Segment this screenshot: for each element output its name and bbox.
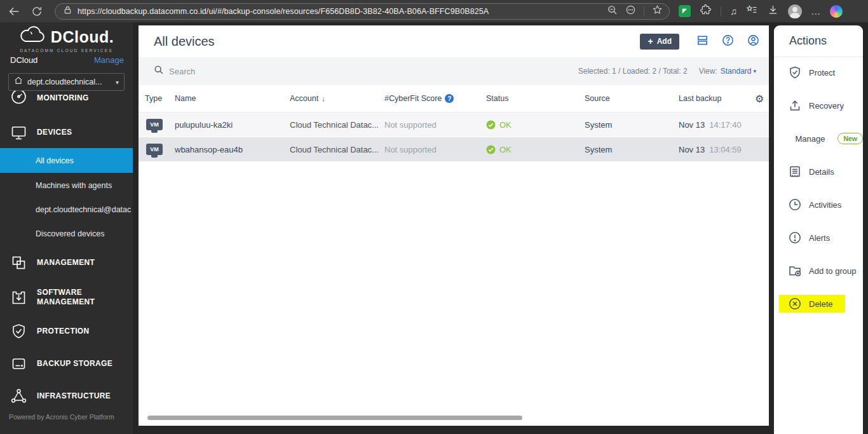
sidebar-item-label: DEVICES — [37, 128, 118, 137]
col-name[interactable]: Name — [175, 94, 290, 103]
cloud-logo-icon — [19, 26, 47, 48]
col-status[interactable]: Status — [486, 94, 585, 103]
media-controls-icon[interactable]: ♫ — [730, 6, 737, 16]
settings-ellipsis-icon[interactable]: … — [811, 6, 821, 17]
more-options-circle-icon[interactable] — [625, 4, 636, 18]
url-text[interactable]: https://cloudbackup.datacomm.co.id/ui/#/… — [78, 7, 607, 16]
divider — [644, 6, 644, 17]
sidebar-item-protection[interactable]: PROTECTION — [0, 320, 133, 342]
cell-status: OK — [486, 120, 585, 130]
brand-logo: DCloud. DATACOMM CLOUD SERVICES — [0, 26, 133, 53]
cell-name[interactable]: pulupuluu-ka2ki — [175, 120, 290, 130]
table-row-selected[interactable]: VM wbahansop-eau4b Cloud Technical Datac… — [139, 137, 769, 161]
action-manage[interactable]: Manage New — [774, 130, 863, 147]
sidebar: DCloud. DATACOMM CLOUD SERVICES DCloud M… — [0, 22, 133, 434]
col-cyberfit[interactable]: #CyberFit Score ? — [384, 94, 486, 103]
cell-name[interactable]: wbahansop-eau4b — [175, 145, 290, 154]
search-icon — [154, 65, 164, 78]
selection-summary: Selected: 1 / Loaded: 2 / Total: 2 — [578, 67, 688, 76]
sidebar-item-backup-storage[interactable]: BACKUP STORAGE — [0, 352, 133, 375]
sidebar-item-label: Machines with agents — [36, 181, 112, 190]
shield-check-icon — [10, 323, 27, 340]
cell-cyberfit: Not supported — [384, 145, 486, 154]
sidebar-item-label: BACKUP STORAGE — [37, 359, 118, 369]
col-type[interactable]: Type — [145, 94, 175, 103]
sidebar-item-label: MONITORING — [37, 93, 118, 103]
action-activities[interactable]: Activities — [774, 196, 863, 214]
actions-panel: Actions Protect Recovery Manage New Deta… — [774, 25, 863, 434]
actions-panel-title: Actions — [774, 25, 863, 57]
sort-desc-icon: ↓ — [322, 95, 325, 102]
extension-green-icon[interactable] — [679, 5, 691, 17]
tenant-value: dept.cloudtechnical... — [27, 78, 116, 86]
brand-tagline: DATACOMM CLOUD SERVICES — [0, 48, 133, 53]
manage-link[interactable]: Manage — [94, 55, 124, 65]
col-last-backup[interactable]: Last backup — [679, 94, 755, 103]
cell-last-backup: Nov 1313:04:59 — [679, 145, 755, 154]
page-title: All devices — [154, 34, 640, 49]
view-label: View: — [699, 67, 717, 76]
col-account[interactable]: Account ↓ — [290, 94, 384, 103]
sidebar-item-discovered-devices[interactable]: Discovered devices — [0, 226, 133, 242]
action-protect[interactable]: Protect — [774, 64, 863, 81]
copilot-icon[interactable] — [830, 5, 843, 18]
sidebar-item-management[interactable]: MANAGEMENT — [0, 251, 133, 274]
plus-icon: + — [648, 37, 653, 46]
details-icon — [788, 165, 802, 179]
horizontal-scrollbar[interactable] — [147, 416, 522, 420]
zoom-out-icon[interactable] — [607, 4, 618, 18]
divider — [721, 6, 721, 17]
table-header-row: Type Name Account ↓ #CyberFit Score ? St… — [139, 85, 769, 112]
brand-name: DCloud. — [51, 28, 114, 46]
panels-layout-icon[interactable] — [696, 34, 709, 50]
recovery-icon — [788, 98, 802, 112]
chevron-down-icon: ▾ — [116, 79, 119, 86]
infrastructure-nodes-icon — [10, 388, 27, 405]
tenant-selector[interactable]: dept.cloudtechnical... ▾ — [8, 73, 125, 91]
sidebar-item-machines-with-agents[interactable]: Machines with agents — [0, 177, 133, 194]
collections-icon[interactable] — [746, 4, 758, 18]
refresh-icon[interactable] — [28, 3, 46, 20]
back-icon[interactable] — [5, 3, 23, 20]
add-button[interactable]: + Add — [640, 34, 679, 50]
sidebar-item-infrastructure[interactable]: INFRASTRUCTURE — [0, 384, 133, 407]
page-header: All devices + Add — [139, 25, 769, 57]
software-install-icon — [10, 289, 27, 306]
cell-last-backup: Nov 1314:17:40 — [679, 120, 755, 130]
action-details[interactable]: Details — [774, 163, 863, 180]
table-toolbar: Selected: 1 / Loaded: 2 / Total: 2 View:… — [139, 57, 769, 85]
action-recovery[interactable]: Recovery — [774, 97, 863, 114]
profile-avatar[interactable] — [788, 4, 802, 18]
action-alerts[interactable]: Alerts — [774, 229, 863, 247]
sidebar-item-dept-cloudtechnical[interactable]: dept.cloudtechnical@datac — [0, 201, 133, 218]
account-label: DCloud — [10, 55, 37, 65]
cell-account: Cloud Technical Datac... — [290, 120, 384, 130]
cell-status: OK — [486, 145, 585, 154]
table-row[interactable]: VM pulupuluu-ka2ki Cloud Technical Datac… — [139, 112, 769, 137]
action-add-to-group[interactable]: Add to group — [774, 262, 863, 280]
action-delete[interactable]: Delete — [779, 295, 845, 313]
sidebar-item-software-management[interactable]: SOFTWARE MANAGEMENT — [0, 283, 133, 312]
help-icon[interactable] — [721, 34, 735, 50]
sidebar-item-devices[interactable]: DEVICES — [0, 121, 133, 144]
storage-drive-icon — [10, 355, 27, 372]
lock-icon — [63, 5, 72, 17]
downloads-icon[interactable] — [767, 4, 779, 18]
status-ok-icon — [486, 120, 496, 130]
search-input[interactable] — [169, 67, 360, 76]
shield-check-icon — [788, 65, 802, 79]
cyberfit-help-icon[interactable]: ? — [445, 94, 454, 103]
extension-puzzle-icon[interactable] — [700, 4, 712, 18]
vm-type-icon: VM — [146, 144, 163, 155]
sidebar-item-label: All devices — [36, 156, 74, 165]
sidebar-item-label: dept.cloudtechnical@datac — [36, 205, 131, 214]
chevron-down-icon[interactable]: ▾ — [753, 68, 756, 74]
view-selector[interactable]: Standard — [721, 67, 752, 76]
url-bar[interactable]: https://cloudbackup.datacomm.co.id/ui/#/… — [55, 3, 670, 20]
sidebar-item-all-devices[interactable]: All devices — [0, 148, 133, 173]
bookmark-star-icon[interactable] — [652, 4, 663, 18]
monitor-icon — [10, 124, 27, 141]
support-user-icon[interactable] — [747, 34, 760, 50]
column-settings-gear-icon[interactable]: ⚙ — [755, 93, 769, 105]
col-source[interactable]: Source — [585, 94, 679, 103]
